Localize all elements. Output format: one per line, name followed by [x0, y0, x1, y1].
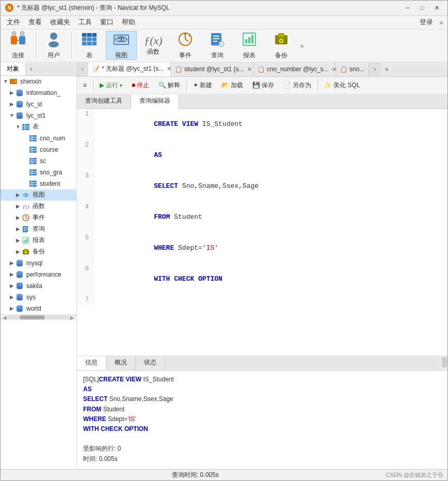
run-btn[interactable]: ▶ 运行 ▾	[95, 79, 126, 91]
menu-view[interactable]: 查看	[24, 17, 46, 28]
sidebar-item-sc[interactable]: sc	[1, 155, 76, 167]
menu-help[interactable]: 帮助	[118, 17, 139, 28]
query-tab-create[interactable]: 查询创建工具	[77, 94, 131, 108]
beautify-btn[interactable]: ✨ 美化 SQL	[320, 79, 364, 91]
run-dropdown-icon: ▾	[120, 83, 122, 88]
result-tab-overview[interactable]: 概况	[106, 356, 136, 370]
scroll-left-btn[interactable]: ◀	[3, 315, 7, 320]
result-sql-fields: Sno,Sname,Ssex,Sage	[107, 395, 173, 403]
code-line-4: 4 FROM Student	[77, 202, 447, 233]
panel-tab-add[interactable]: +	[380, 62, 393, 77]
sidebar-label-sys: sys	[26, 294, 74, 301]
sidebar-item-shenxin[interactable]: ▼ shenxin	[1, 76, 76, 87]
sidebar-label-funcs: 函数	[33, 202, 74, 211]
toolbar-func[interactable]: ƒ(x) 函数	[138, 31, 169, 60]
sidebar-item-reports[interactable]: ▶ 报表	[1, 235, 76, 246]
toolbar-expand-icon[interactable]: »	[298, 31, 306, 60]
expand-icon-sys: ▶	[9, 294, 15, 300]
sidebar-item-world[interactable]: ▶ world	[1, 303, 76, 314]
toolbar-query[interactable]: ? 查询	[202, 31, 233, 60]
result-tab-info[interactable]: 信息	[77, 356, 106, 370]
sidebar-item-tables-group[interactable]: ▼ 表	[1, 121, 76, 133]
sidebar-item-sno-gra[interactable]: sno_gra	[1, 167, 76, 178]
panel-tab-untitled[interactable]: 📝 * 无标题 @lyc_st1 (s... ✕	[88, 62, 171, 77]
load-icon: 📂	[221, 82, 229, 89]
sidebar-label-sakila: sakila	[26, 282, 74, 290]
kw-select: SELECT	[154, 182, 178, 190]
panel-nav-left[interactable]: ‹	[77, 62, 88, 77]
menu-window[interactable]: 窗口	[96, 17, 118, 28]
query-tabs: 查询创建工具 查询编辑器	[77, 94, 447, 109]
sidebar-item-funcs[interactable]: ▶ ƒ() 函数	[1, 201, 76, 212]
result-tab-overview-label: 概况	[115, 359, 127, 366]
expand-icon-lyc-st: ▶	[9, 101, 15, 107]
menu-login[interactable]: 登录	[415, 17, 437, 28]
svg-rect-90	[24, 241, 25, 243]
sidebar-item-information[interactable]: ▶ information_	[1, 87, 76, 99]
sidebar-item-performance[interactable]: ▶ performance	[1, 269, 76, 280]
sidebar-item-cno-num[interactable]: cno_num	[1, 133, 76, 144]
toolbar-backup[interactable]: 备份	[266, 31, 297, 60]
sidebar-item-mysql[interactable]: ▶ mysql	[1, 258, 76, 269]
action-divider-1	[93, 79, 93, 91]
tab-close-student[interactable]: ✕	[247, 66, 252, 73]
explain-btn[interactable]: 🔍 解释	[154, 79, 184, 91]
new-btn[interactable]: ✦ 新建	[189, 79, 216, 91]
sidebar-header: 对象 ‹	[1, 62, 76, 76]
toolbar-report[interactable]: 报表	[234, 31, 265, 60]
save-btn[interactable]: 💾 保存	[248, 79, 278, 91]
sidebar-item-events[interactable]: ▶ 事件	[1, 212, 76, 223]
sidebar-item-lyc-st1[interactable]: ▼ lyc_st1	[1, 110, 76, 121]
report-icon-group	[21, 236, 30, 245]
panel-tab-student[interactable]: 📋 student @lyc_st1 (s... ✕	[171, 62, 253, 77]
toolbar-event[interactable]: 事件	[170, 31, 201, 60]
sidebar-item-course[interactable]: course	[1, 144, 76, 155]
panel-tab-cno-number[interactable]: 📋 cno_number @lyc_s... ✕	[253, 62, 336, 77]
toolbar-table[interactable]: 表	[74, 31, 105, 60]
sidebar-nav-left[interactable]: ‹	[26, 62, 37, 75]
code-editor[interactable]: 1 CREATE VIEW IS_Student 2 AS	[77, 109, 447, 356]
sidebar-item-sakila[interactable]: ▶ sakila	[1, 280, 76, 292]
result-tab-status[interactable]: 状态	[136, 356, 165, 370]
hamburger-btn[interactable]: ≡	[79, 80, 91, 90]
code-line-5: 5 WHERE Sdept='IS'	[77, 233, 447, 264]
line-num-5: 5	[77, 233, 93, 264]
db-icon-sakila	[15, 281, 24, 291]
sidebar-objects-tab[interactable]: 对象	[1, 62, 26, 75]
result-vscroll[interactable]	[441, 356, 447, 370]
sidebar-item-views[interactable]: ▶ 视图	[1, 189, 76, 201]
hamburger-icon: ≡	[83, 82, 87, 89]
maximize-button[interactable]: □	[415, 3, 429, 13]
panel-nav-right[interactable]: ›	[369, 62, 380, 77]
menu-favorites[interactable]: 收藏夹	[46, 17, 74, 28]
svg-point-3	[12, 31, 16, 36]
sidebar-label-shenxin: shenxin	[20, 78, 74, 85]
result-panel: 信息 概况 状态	[77, 356, 447, 469]
tab-icon-sno: 📋	[340, 66, 347, 73]
toolbar-view[interactable]: 视图	[106, 31, 137, 60]
scroll-right-btn[interactable]: ▶	[70, 315, 74, 320]
sidebar-item-student[interactable]: student	[1, 178, 76, 189]
sidebar-item-lyc-st[interactable]: ▶ lyc_st	[1, 99, 76, 110]
sidebar-scroll-bar[interactable]: ◀ ▶	[1, 314, 76, 320]
menu-file[interactable]: 文件	[3, 17, 24, 28]
sidebar-h-scrollbar[interactable]	[7, 315, 70, 319]
result-sql-table: Student	[101, 406, 124, 413]
code-line-1: 1 CREATE VIEW IS_Student	[77, 109, 447, 140]
sidebar-item-backup[interactable]: ▶ 备份	[1, 246, 76, 258]
minimize-button[interactable]: ─	[401, 3, 414, 13]
toolbar-user[interactable]: 用户	[38, 31, 69, 60]
query-tab-editor[interactable]: 查询编辑器	[131, 94, 179, 109]
sidebar-scroll-thumb[interactable]	[20, 315, 45, 319]
svg-point-43	[14, 81, 17, 83]
panel-tab-sno[interactable]: 📋 sno...	[336, 62, 369, 77]
sidebar-item-sys[interactable]: ▶ sys	[1, 292, 76, 303]
menu-tools[interactable]: 工具	[74, 17, 96, 28]
line-content-2: AS	[93, 140, 162, 171]
toolbar-connect[interactable]: 连接	[3, 31, 34, 60]
sidebar-item-queries[interactable]: ▶ 查询	[1, 223, 76, 235]
stop-btn[interactable]: ■ 停止	[127, 79, 153, 91]
svg-point-55	[17, 112, 23, 115]
load-btn[interactable]: 📂 加载	[217, 79, 247, 91]
save-as-btn[interactable]: 📄 另存为	[279, 79, 315, 91]
